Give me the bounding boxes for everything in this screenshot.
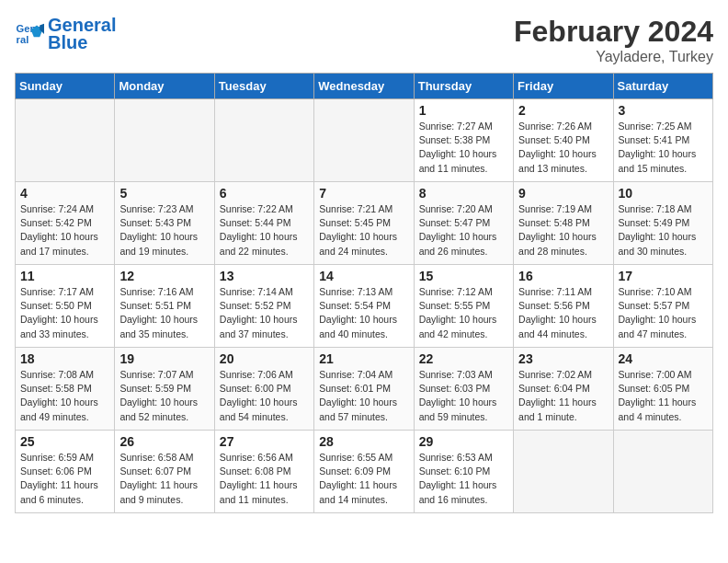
col-header-monday: Monday — [115, 74, 214, 99]
day-info: Sunrise: 7:21 AM Sunset: 5:45 PM Dayligh… — [319, 202, 408, 259]
day-number: 29 — [419, 434, 508, 449]
day-cell: 3Sunrise: 7:25 AM Sunset: 5:41 PM Daylig… — [613, 99, 712, 182]
day-number: 15 — [419, 269, 508, 283]
day-number: 4 — [20, 186, 109, 201]
day-number: 5 — [119, 186, 209, 201]
day-cell — [613, 431, 712, 513]
day-cell: 9Sunrise: 7:19 AM Sunset: 5:48 PM Daylig… — [514, 182, 613, 265]
day-cell — [514, 431, 613, 513]
day-cell — [115, 99, 214, 182]
week-row-5: 25Sunrise: 6:59 AM Sunset: 6:06 PM Dayli… — [16, 431, 713, 513]
day-info: Sunrise: 7:14 AM Sunset: 5:52 PM Dayligh… — [220, 285, 309, 341]
col-header-wednesday: Wednesday — [314, 74, 414, 99]
day-info: Sunrise: 7:02 AM Sunset: 6:04 PM Dayligh… — [518, 368, 608, 424]
day-info: Sunrise: 7:07 AM Sunset: 5:59 PM Dayligh… — [119, 368, 209, 424]
day-number: 22 — [419, 351, 508, 366]
day-info: Sunrise: 7:18 AM Sunset: 5:49 PM Dayligh… — [619, 202, 708, 259]
day-cell — [314, 99, 414, 182]
day-number: 12 — [119, 269, 209, 283]
day-number: 9 — [518, 186, 608, 201]
day-cell: 8Sunrise: 7:20 AM Sunset: 5:47 PM Daylig… — [414, 182, 513, 265]
day-number: 23 — [518, 351, 608, 366]
day-number: 11 — [20, 269, 109, 283]
day-cell: 5Sunrise: 7:23 AM Sunset: 5:43 PM Daylig… — [115, 182, 214, 265]
day-header-row: SundayMondayTuesdayWednesdayThursdayFrid… — [16, 74, 713, 99]
day-info: Sunrise: 7:04 AM Sunset: 6:01 PM Dayligh… — [319, 368, 408, 424]
day-cell: 11Sunrise: 7:17 AM Sunset: 5:50 PM Dayli… — [16, 265, 115, 348]
day-number: 18 — [20, 351, 109, 366]
day-info: Sunrise: 7:13 AM Sunset: 5:54 PM Dayligh… — [319, 285, 408, 341]
week-row-1: 1Sunrise: 7:27 AM Sunset: 5:38 PM Daylig… — [16, 99, 713, 182]
day-info: Sunrise: 7:03 AM Sunset: 6:03 PM Dayligh… — [419, 368, 508, 424]
day-number: 10 — [619, 186, 708, 201]
calendar-subtitle: Yayladere, Turkey — [514, 49, 713, 65]
title-area: February 2024 Yayladere, Turkey — [514, 15, 713, 65]
day-cell: 16Sunrise: 7:11 AM Sunset: 5:56 PM Dayli… — [514, 265, 613, 348]
logo: Gene ral General Blue — [15, 15, 116, 53]
day-info: Sunrise: 6:56 AM Sunset: 6:08 PM Dayligh… — [220, 451, 309, 507]
day-number: 16 — [518, 269, 608, 283]
day-number: 26 — [119, 434, 209, 449]
week-row-2: 4Sunrise: 7:24 AM Sunset: 5:42 PM Daylig… — [16, 182, 713, 265]
day-info: Sunrise: 7:27 AM Sunset: 5:38 PM Dayligh… — [419, 120, 508, 176]
logo-line2: Blue — [48, 32, 116, 53]
day-info: Sunrise: 7:22 AM Sunset: 5:44 PM Dayligh… — [220, 202, 309, 259]
day-cell: 12Sunrise: 7:16 AM Sunset: 5:51 PM Dayli… — [115, 265, 214, 348]
day-info: Sunrise: 7:19 AM Sunset: 5:48 PM Dayligh… — [518, 202, 608, 259]
day-number: 19 — [119, 351, 209, 366]
day-cell: 10Sunrise: 7:18 AM Sunset: 5:49 PM Dayli… — [613, 182, 712, 265]
day-info: Sunrise: 7:17 AM Sunset: 5:50 PM Dayligh… — [20, 285, 109, 341]
day-cell: 27Sunrise: 6:56 AM Sunset: 6:08 PM Dayli… — [214, 431, 313, 513]
week-row-4: 18Sunrise: 7:08 AM Sunset: 5:58 PM Dayli… — [16, 348, 713, 431]
day-cell: 21Sunrise: 7:04 AM Sunset: 6:01 PM Dayli… — [314, 348, 414, 431]
day-cell — [16, 99, 115, 182]
day-cell: 28Sunrise: 6:55 AM Sunset: 6:09 PM Dayli… — [314, 431, 414, 513]
day-cell: 14Sunrise: 7:13 AM Sunset: 5:54 PM Dayli… — [314, 265, 414, 348]
day-info: Sunrise: 7:12 AM Sunset: 5:55 PM Dayligh… — [419, 285, 508, 341]
col-header-friday: Friday — [514, 74, 613, 99]
day-number: 1 — [419, 103, 508, 118]
day-cell: 25Sunrise: 6:59 AM Sunset: 6:06 PM Dayli… — [16, 431, 115, 513]
day-cell: 24Sunrise: 7:00 AM Sunset: 6:05 PM Dayli… — [613, 348, 712, 431]
page-header: Gene ral General Blue February 2024 Yayl… — [15, 15, 713, 65]
day-info: Sunrise: 6:53 AM Sunset: 6:10 PM Dayligh… — [419, 451, 508, 507]
day-number: 13 — [220, 269, 309, 283]
day-number: 2 — [518, 103, 608, 118]
day-cell: 29Sunrise: 6:53 AM Sunset: 6:10 PM Dayli… — [414, 431, 513, 513]
day-number: 8 — [419, 186, 508, 201]
day-info: Sunrise: 7:10 AM Sunset: 5:57 PM Dayligh… — [619, 285, 708, 341]
day-cell — [214, 99, 313, 182]
week-row-3: 11Sunrise: 7:17 AM Sunset: 5:50 PM Dayli… — [16, 265, 713, 348]
day-cell: 4Sunrise: 7:24 AM Sunset: 5:42 PM Daylig… — [16, 182, 115, 265]
day-cell: 20Sunrise: 7:06 AM Sunset: 6:00 PM Dayli… — [214, 348, 313, 431]
day-info: Sunrise: 7:00 AM Sunset: 6:05 PM Dayligh… — [619, 368, 708, 424]
day-number: 25 — [20, 434, 109, 449]
day-info: Sunrise: 7:26 AM Sunset: 5:40 PM Dayligh… — [518, 120, 608, 176]
day-number: 24 — [619, 351, 708, 366]
calendar-title: February 2024 — [514, 15, 713, 49]
day-number: 27 — [220, 434, 309, 449]
col-header-saturday: Saturday — [613, 74, 712, 99]
day-cell: 17Sunrise: 7:10 AM Sunset: 5:57 PM Dayli… — [613, 265, 712, 348]
day-number: 7 — [319, 186, 408, 201]
day-info: Sunrise: 7:11 AM Sunset: 5:56 PM Dayligh… — [518, 285, 608, 341]
day-info: Sunrise: 7:25 AM Sunset: 5:41 PM Dayligh… — [619, 120, 708, 176]
calendar-table: SundayMondayTuesdayWednesdayThursdayFrid… — [15, 73, 713, 513]
logo-icon: Gene ral — [15, 19, 44, 49]
day-info: Sunrise: 6:58 AM Sunset: 6:07 PM Dayligh… — [119, 451, 209, 507]
day-cell: 7Sunrise: 7:21 AM Sunset: 5:45 PM Daylig… — [314, 182, 414, 265]
day-info: Sunrise: 6:59 AM Sunset: 6:06 PM Dayligh… — [20, 451, 109, 507]
day-cell: 19Sunrise: 7:07 AM Sunset: 5:59 PM Dayli… — [115, 348, 214, 431]
day-cell: 6Sunrise: 7:22 AM Sunset: 5:44 PM Daylig… — [214, 182, 313, 265]
day-info: Sunrise: 7:20 AM Sunset: 5:47 PM Dayligh… — [419, 202, 508, 259]
day-number: 6 — [220, 186, 309, 201]
day-info: Sunrise: 7:16 AM Sunset: 5:51 PM Dayligh… — [119, 285, 209, 341]
day-cell: 15Sunrise: 7:12 AM Sunset: 5:55 PM Dayli… — [414, 265, 513, 348]
day-number: 3 — [619, 103, 708, 118]
col-header-tuesday: Tuesday — [214, 74, 313, 99]
day-number: 14 — [319, 269, 408, 283]
day-cell: 2Sunrise: 7:26 AM Sunset: 5:40 PM Daylig… — [514, 99, 613, 182]
day-number: 21 — [319, 351, 408, 366]
svg-text:ral: ral — [17, 34, 29, 45]
day-number: 17 — [619, 269, 708, 283]
